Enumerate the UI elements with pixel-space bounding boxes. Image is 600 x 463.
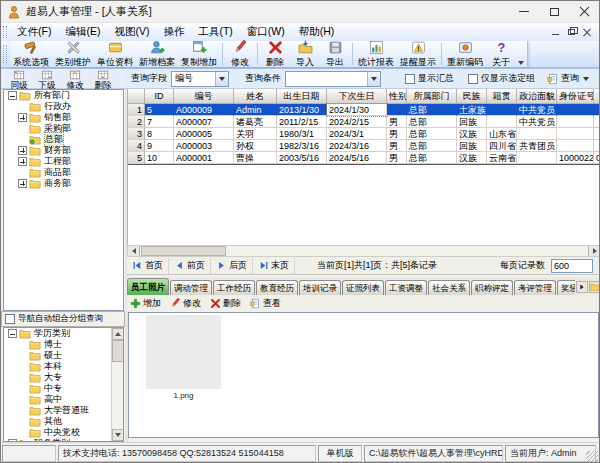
show-summary-checkbox[interactable]: 显示汇总 <box>405 72 454 85</box>
photo-view-button[interactable]: 查看 <box>250 297 281 310</box>
table-cell[interactable]: 2024/3/1 <box>327 128 387 140</box>
table-cell[interactable]: 总部 <box>407 104 457 116</box>
table-cell[interactable] <box>594 128 600 140</box>
selected-group-only-checkbox[interactable]: 仅显示选定组 <box>468 72 535 85</box>
table-cell[interactable]: 2024/1/30 <box>327 104 387 116</box>
column-header-9[interactable]: 籍贯 <box>487 89 517 104</box>
table-cell[interactable]: 男 <box>387 152 407 164</box>
menu-item-7[interactable]: 帮助(H) <box>292 23 342 41</box>
menu-item-5[interactable]: 工具(T) <box>191 23 239 41</box>
table-cell[interactable]: 中共党员 <box>517 104 557 116</box>
expand-plus-icon[interactable] <box>18 146 27 155</box>
column-header-7[interactable]: 所属部门 <box>407 89 457 104</box>
table-cell[interactable]: 1980/3/1 <box>277 128 327 140</box>
table-cell[interactable]: 2003/5/16 <box>277 152 327 164</box>
table-cell[interactable]: 10 <box>145 152 174 164</box>
table-cell[interactable]: 回族 <box>457 116 487 128</box>
toolbar-button-book[interactable]: 单位资料 <box>94 41 136 67</box>
table-cell[interactable] <box>557 140 594 152</box>
table-cell[interactable] <box>487 116 517 128</box>
dept-toolbar-sub-level-button[interactable]: 下级 <box>33 69 61 89</box>
table-cell[interactable]: 汉族 <box>457 152 487 164</box>
scroll-left-button[interactable] <box>128 246 140 256</box>
table-row[interactable]: 38A000005关羽1980/3/12024/3/1男总部汉族山东省 <box>128 128 600 140</box>
table-cell[interactable]: 云南省 <box>487 152 517 164</box>
toolbar-button-export[interactable]: 导出 <box>320 41 350 67</box>
table-row[interactable]: 510A000001曹操2003/5/162024/5/16男总部汉族云南省10… <box>128 152 600 164</box>
toolbar-button-tools[interactable]: 类别维护 <box>52 41 94 67</box>
tab-folder-button[interactable] <box>589 281 600 293</box>
column-header-5[interactable]: 下次生日 <box>327 89 387 104</box>
table-cell[interactable] <box>387 104 407 116</box>
collapse-minus-icon[interactable] <box>8 329 17 338</box>
table-cell[interactable]: 总部 <box>407 128 457 140</box>
column-header-1[interactable]: ID <box>145 89 174 104</box>
table-cell[interactable]: 5 <box>145 104 174 116</box>
photo-thumbnail[interactable] <box>146 315 221 389</box>
tab-overflow-button[interactable] <box>576 281 588 293</box>
column-header-4[interactable]: 出生日期 <box>277 89 327 104</box>
table-cell[interactable]: 2024/2/15 <box>327 116 387 128</box>
close-button[interactable] <box>569 1 599 22</box>
photo-delete-button[interactable]: 删除 <box>210 297 241 310</box>
maximize-button[interactable] <box>539 1 569 22</box>
tab-4[interactable]: 教育经历 <box>256 280 298 295</box>
vertical-scrollbar[interactable] <box>111 328 123 441</box>
column-header-12[interactable] <box>594 89 600 104</box>
minimize-button[interactable] <box>509 1 539 22</box>
table-cell[interactable] <box>594 140 600 152</box>
menu-item-1[interactable]: 文件(F) <box>10 23 58 41</box>
tab-7[interactable]: 工资调整 <box>385 280 427 295</box>
table-cell[interactable]: 孙权 <box>234 140 277 152</box>
table-cell[interactable]: A000003 <box>174 140 234 152</box>
tree-item[interactable]: 职务类别 <box>4 438 111 441</box>
scroll-down-button[interactable] <box>112 429 124 441</box>
table-cell[interactable]: 诸葛亮 <box>234 116 277 128</box>
table-cell[interactable]: 土家族 <box>457 104 487 116</box>
table-cell[interactable]: 四川省 <box>487 140 517 152</box>
query-button[interactable]: 查询 <box>543 70 593 88</box>
table-cell[interactable]: 8 <box>145 128 174 140</box>
table-cell[interactable]: 男 <box>387 116 407 128</box>
mdi-minimize-button[interactable] <box>547 25 563 39</box>
menu-item-2[interactable]: 编辑(E) <box>58 23 107 41</box>
collapse-minus-icon[interactable] <box>8 439 17 441</box>
table-cell[interactable]: 回族 <box>457 140 487 152</box>
toolbar-overflow-button[interactable] <box>516 41 525 67</box>
table-row[interactable]: 27A000007诸葛亮2011/2/152024/2/15男总部回族中共党员 <box>128 116 600 128</box>
table-cell[interactable]: 男 <box>387 140 407 152</box>
tab-2[interactable]: 调动管理 <box>170 280 212 295</box>
tab-11[interactable]: 奖惩管理 <box>557 280 575 295</box>
table-cell[interactable]: 共青团员 <box>517 140 557 152</box>
table-cell[interactable]: 1982/3/16 <box>277 140 327 152</box>
pager-prev-button[interactable]: 前页 <box>169 258 211 274</box>
tab-10[interactable]: 考评管理 <box>514 280 556 295</box>
toolbar-button-copy-plus[interactable]: 复制增加 <box>178 41 220 67</box>
scroll-up-button[interactable] <box>112 328 124 340</box>
toolbar-button-hammer[interactable]: 系统选项 <box>10 41 52 67</box>
table-cell[interactable]: 总部 <box>407 140 457 152</box>
tab-5[interactable]: 培训记录 <box>299 280 341 295</box>
table-cell[interactable]: 0 <box>594 152 600 164</box>
table-cell[interactable]: 关羽 <box>234 128 277 140</box>
toolbar-button-pencil[interactable]: 修改 <box>225 41 255 67</box>
table-cell[interactable] <box>594 116 600 128</box>
table-cell[interactable]: 山东省 <box>487 128 517 140</box>
table-cell[interactable]: 7 <box>145 116 174 128</box>
table-cell[interactable] <box>557 116 594 128</box>
toolbar-button-about[interactable]: ?关于 <box>486 41 516 67</box>
photo-add-button[interactable]: 增加 <box>130 297 161 310</box>
table-cell[interactable]: 总部 <box>407 152 457 164</box>
table-cell[interactable]: 汉族 <box>457 128 487 140</box>
table-cell[interactable] <box>557 104 594 116</box>
scroll-right-button[interactable] <box>588 246 600 256</box>
table-cell[interactable]: 9 <box>145 140 174 152</box>
table-cell[interactable]: 1000022... <box>557 152 594 164</box>
scrollbar-thumb[interactable] <box>112 340 124 362</box>
dept-toolbar-delete-button[interactable]: 删除 <box>89 69 117 89</box>
nav-auto-group-checkbox[interactable]: 导航自动组合分组查询 <box>1 311 125 327</box>
column-header-2[interactable]: 编号 <box>174 89 234 104</box>
combo-dropdown-button[interactable] <box>215 72 228 86</box>
pager-last-button[interactable]: 末页 <box>253 258 295 274</box>
tree-item[interactable]: 商务部 <box>4 178 123 189</box>
